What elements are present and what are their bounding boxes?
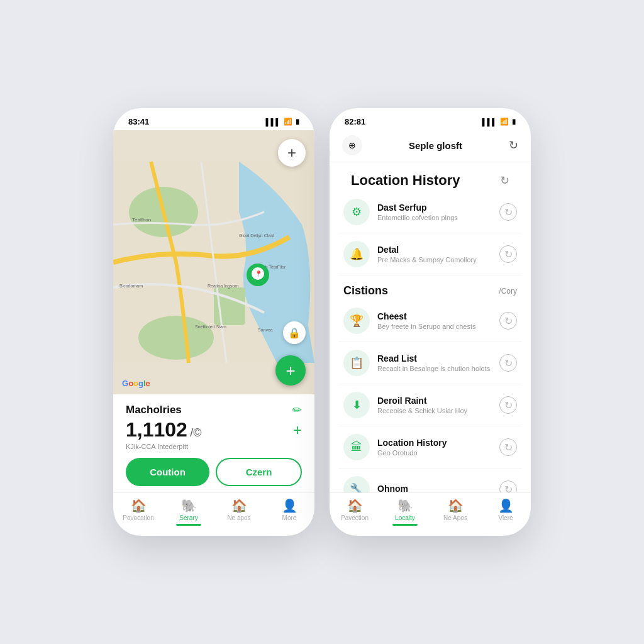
sub-section-link[interactable]: /Cory <box>499 287 517 296</box>
info-title-row: Macholries ✏ <box>126 403 302 417</box>
edit-icon[interactable]: ✏ <box>292 403 302 417</box>
status-icons-2: ▌▌▌ 📶 ▮ <box>482 118 516 126</box>
list-arrow-deroil: ↻ <box>499 396 517 414</box>
list-item-cheest[interactable]: 🏆 Cheest Bey freete in Serupo and chests… <box>338 300 522 342</box>
time-1: 83:41 <box>128 117 149 126</box>
map-svg: Teatlhon Bicodomam Reatina Ingsom Sanvea… <box>113 130 314 394</box>
nav-item-2-1[interactable]: 🏠 Pavection <box>330 498 380 526</box>
info-value: 1,1102 <box>126 418 187 441</box>
phone-list: 82:81 ▌▌▌ 📶 ▮ ⊕ Seple glosft ↻ Location … <box>330 108 531 536</box>
status-icons-1: ▌▌▌ 📶 ▮ <box>266 118 299 126</box>
list-sub-deroil: Receoise & Schick Usiar Hoy <box>377 407 492 414</box>
nav-item-3[interactable]: 🏠 Ne apos <box>214 498 264 526</box>
nav-item-2-2[interactable]: 🐘 Locaity <box>380 498 430 526</box>
nav-icon-2-3: 🏠 <box>448 498 464 513</box>
list-sub-readlist: Recaclt in Besainge is chution holots <box>377 365 492 372</box>
bottom-nav-1: 🏠 Povocation 🐘 Serary 🏠 Ne apos 👤 More <box>113 492 314 536</box>
list-sub-cheest: Bey freete in Serupo and chests <box>377 323 492 330</box>
info-value-group: 1,1102 /© <box>126 418 202 441</box>
list-arrow-cheest: ↻ <box>499 312 517 330</box>
list-title-deroil: Deroil Raint <box>377 396 492 406</box>
nav-icon-3: 🏠 <box>231 498 247 513</box>
map-area[interactable]: Teatlhon Bicodomam Reatina Ingsom Sanvea… <box>113 130 314 394</box>
secondary-button[interactable]: Czern <box>216 458 302 486</box>
list-item-location[interactable]: 🏛 Location History Geo Orotudo ↻ <box>338 426 522 469</box>
back-icon: ⊕ <box>348 140 356 150</box>
nav-label-2-2: Locaity <box>395 514 415 521</box>
list-item-dast[interactable]: ⚙ Dast Serfup Entomctilo cofvetion plngs… <box>338 191 522 233</box>
nav-item-1[interactable]: 🏠 Povocation <box>113 498 164 526</box>
list-title-detal: Detal <box>377 245 492 255</box>
nav-item-2-3[interactable]: 🏠 Ne Apos <box>430 498 480 526</box>
section-title-row: Location History ↻ <box>338 162 522 191</box>
nav-label-2-3: Ne Apos <box>443 514 467 521</box>
nav-item-2[interactable]: 🐘 Serary <box>164 498 214 526</box>
svg-text:Reatina Ingsom: Reatina Ingsom <box>208 284 238 289</box>
signal-icon-1: ▌▌▌ <box>266 118 280 126</box>
nav-indicator-1 <box>176 524 201 526</box>
svg-text:📍: 📍 <box>255 270 263 278</box>
list-icon-cheest: 🏆 <box>343 308 370 334</box>
svg-text:Gloal Dellyn Clant: Gloal Dellyn Clant <box>239 233 274 238</box>
list-item-detal[interactable]: 🔔 Detal Pre Macks & Sumpsy Comollory ↻ <box>338 233 522 275</box>
battery-icon-1: ▮ <box>296 118 299 126</box>
nav-icon-2-2: 🐘 <box>397 498 413 513</box>
list-sub-detal: Pre Macks & Sumpsy Comollory <box>377 256 492 264</box>
sub-section-title: Cistions <box>343 284 388 297</box>
list-arrow-location: ↻ <box>499 438 517 456</box>
nav-label-2-4: Viere <box>498 514 513 521</box>
google-logo: Google <box>122 379 150 388</box>
info-unit: /© <box>190 426 201 439</box>
primary-button[interactable]: Coution <box>126 458 209 486</box>
refresh-icon[interactable]: ↻ <box>509 138 518 152</box>
list-text-deroil: Deroil Raint Receoise & Schick Usiar Hoy <box>377 396 492 414</box>
list-icon-dast: ⚙ <box>343 199 370 225</box>
nav-label-4: More <box>282 514 297 521</box>
nav-icon-1: 🏠 <box>131 498 147 513</box>
phone-map: 83:41 ▌▌▌ 📶 ▮ <box>113 108 314 536</box>
list-arrow-dast: ↻ <box>499 203 517 221</box>
nav-label-3: Ne apos <box>227 514 250 521</box>
list-icon-deroil: ⬇ <box>343 392 370 418</box>
list-text-cheest: Cheest Bey freete in Serupo and chests <box>377 311 492 330</box>
nav-icon-2: 🐘 <box>181 498 197 513</box>
svg-point-2 <box>138 316 214 360</box>
list-text-dast: Dast Serfup Entomctilo cofvetion plngs <box>377 203 492 221</box>
header-title: Seple glosft <box>409 140 462 151</box>
battery-icon-2: ▮ <box>512 118 516 126</box>
svg-text:Bicodomam: Bicodomam <box>119 284 143 288</box>
list-icon-detal: 🔔 <box>343 241 370 267</box>
wifi-icon-1: 📶 <box>284 118 292 126</box>
list-arrow-readlist: ↻ <box>499 354 517 372</box>
nav-label-2: Serary <box>179 514 197 521</box>
info-add-icon[interactable]: + <box>293 421 302 439</box>
nav-label-2-1: Pavection <box>341 514 369 521</box>
map-zoom-plus[interactable]: + <box>278 139 306 167</box>
list-title-location: Location History <box>377 438 492 448</box>
nav-item-2-4[interactable]: 👤 Viere <box>480 498 531 526</box>
list-text-readlist: Read List Recaclt in Besainge is chution… <box>377 353 492 372</box>
info-panel: Macholries ✏ 1,1102 /© + KJik-CCA Intede… <box>113 394 314 492</box>
back-button[interactable]: ⊕ <box>342 135 362 155</box>
phone2-header: ⊕ Seple glosft ↻ <box>330 130 531 162</box>
list-item-readlist[interactable]: 📋 Read List Recaclt in Besainge is chuti… <box>338 342 522 384</box>
wifi-icon-2: 📶 <box>500 118 509 126</box>
status-bar-2: 82:81 ▌▌▌ 📶 ▮ <box>330 108 531 130</box>
list-icon-readlist: 📋 <box>343 350 370 376</box>
list-text-detal: Detal Pre Macks & Sumpsy Comollory <box>377 245 492 264</box>
list-item-ohnom[interactable]: 🔧 Ohnom ↻ <box>338 469 522 492</box>
info-subtitle: KJik-CCA Intederpitt <box>126 443 302 450</box>
list-scroll[interactable]: Location History ↻ ⚙ Dast Serfup Entomct… <box>330 162 531 492</box>
svg-text:Teatlhon: Teatlhon <box>132 217 151 223</box>
nav-icon-2-1: 🏠 <box>347 498 363 513</box>
info-buttons: Coution Czern <box>126 458 302 486</box>
time-2: 82:81 <box>345 117 365 126</box>
list-icon-location: 🏛 <box>343 434 370 460</box>
status-bar-1: 83:41 ▌▌▌ 📶 ▮ <box>113 108 314 130</box>
nav-item-4[interactable]: 👤 More <box>264 498 314 526</box>
list-text-location: Location History Geo Orotudo <box>377 438 492 457</box>
list-item-deroil[interactable]: ⬇ Deroil Raint Receoise & Schick Usiar H… <box>338 384 522 426</box>
list-text-ohnom: Ohnom <box>377 484 492 492</box>
section-refresh-icon[interactable]: ↻ <box>500 174 509 187</box>
map-add-fab[interactable]: + <box>275 355 306 386</box>
